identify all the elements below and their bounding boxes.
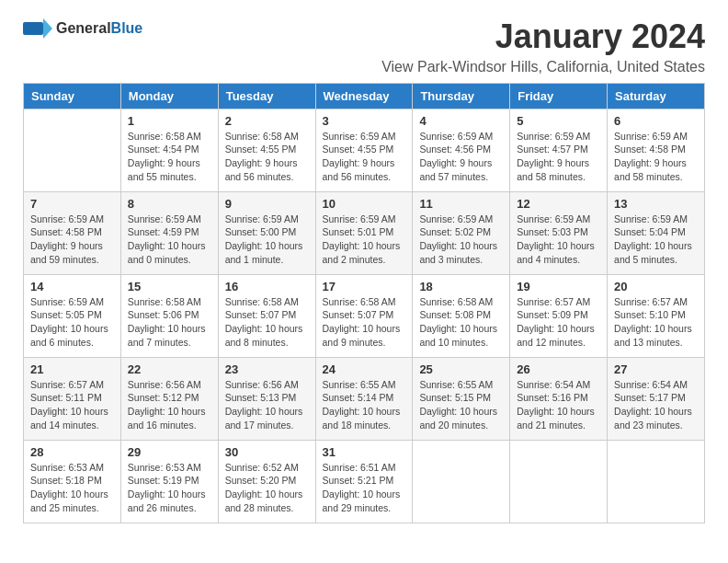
calendar-cell: 17Sunrise: 6:58 AMSunset: 5:07 PMDayligh…	[315, 274, 413, 357]
day-number: 9	[225, 197, 309, 211]
day-number: 29	[128, 445, 211, 459]
svg-rect-0	[23, 22, 43, 35]
header-monday: Monday	[120, 83, 218, 109]
day-number: 2	[225, 114, 309, 128]
calendar-cell: 12Sunrise: 6:59 AMSunset: 5:03 PMDayligh…	[510, 191, 608, 274]
day-number: 8	[128, 197, 211, 211]
calendar-cell: 15Sunrise: 6:58 AMSunset: 5:06 PMDayligh…	[120, 274, 218, 357]
calendar-cell: 28Sunrise: 6:53 AMSunset: 5:18 PMDayligh…	[24, 440, 121, 523]
day-info: Sunrise: 6:55 AMSunset: 5:15 PMDaylight:…	[419, 378, 503, 432]
header-sunday: Sunday	[24, 83, 121, 109]
calendar-cell: 9Sunrise: 6:59 AMSunset: 5:00 PMDaylight…	[218, 191, 315, 274]
day-number: 22	[128, 362, 211, 376]
week-row-2: 7Sunrise: 6:59 AMSunset: 4:58 PMDaylight…	[24, 191, 705, 274]
day-number: 6	[614, 114, 698, 128]
day-number: 15	[128, 280, 211, 293]
day-number: 16	[225, 280, 309, 293]
day-number: 5	[517, 114, 600, 128]
calendar-cell: 31Sunrise: 6:51 AMSunset: 5:21 PMDayligh…	[315, 440, 413, 523]
calendar-cell: 24Sunrise: 6:55 AMSunset: 5:14 PMDayligh…	[315, 357, 413, 440]
location-title: View Park-Windsor Hills, California, Uni…	[381, 59, 705, 75]
calendar-cell: 3Sunrise: 6:59 AMSunset: 4:55 PMDaylight…	[315, 109, 413, 191]
calendar-cell: 19Sunrise: 6:57 AMSunset: 5:09 PMDayligh…	[510, 274, 608, 357]
svg-marker-1	[43, 18, 52, 39]
day-info: Sunrise: 6:58 AMSunset: 4:55 PMDaylight:…	[225, 130, 309, 184]
week-row-1: 1Sunrise: 6:58 AMSunset: 4:54 PMDaylight…	[24, 109, 705, 191]
week-row-3: 14Sunrise: 6:59 AMSunset: 5:05 PMDayligh…	[24, 274, 705, 357]
week-row-4: 21Sunrise: 6:57 AMSunset: 5:11 PMDayligh…	[24, 357, 705, 440]
day-number: 25	[419, 362, 503, 376]
day-number: 19	[517, 280, 600, 293]
day-info: Sunrise: 6:58 AMSunset: 5:07 PMDaylight:…	[323, 295, 406, 350]
day-info: Sunrise: 6:57 AMSunset: 5:10 PMDaylight:…	[614, 295, 698, 350]
day-number: 14	[30, 280, 114, 293]
day-info: Sunrise: 6:57 AMSunset: 5:11 PMDaylight:…	[30, 378, 114, 432]
day-info: Sunrise: 6:52 AMSunset: 5:20 PMDaylight:…	[225, 461, 309, 515]
title-section: January 2024 View Park-Windsor Hills, Ca…	[381, 18, 705, 75]
day-number: 26	[517, 362, 600, 376]
day-info: Sunrise: 6:59 AMSunset: 5:01 PMDaylight:…	[323, 213, 406, 267]
calendar-cell	[413, 440, 510, 523]
calendar-cell	[510, 440, 608, 523]
day-info: Sunrise: 6:59 AMSunset: 4:56 PMDaylight:…	[419, 130, 503, 184]
calendar-cell: 18Sunrise: 6:58 AMSunset: 5:08 PMDayligh…	[413, 274, 510, 357]
calendar-cell: 23Sunrise: 6:56 AMSunset: 5:13 PMDayligh…	[218, 357, 315, 440]
day-number: 24	[323, 362, 406, 376]
calendar-cell: 6Sunrise: 6:59 AMSunset: 4:58 PMDaylight…	[608, 109, 705, 191]
day-info: Sunrise: 6:59 AMSunset: 5:02 PMDaylight:…	[419, 213, 503, 267]
day-info: Sunrise: 6:58 AMSunset: 5:08 PMDaylight:…	[419, 295, 503, 350]
calendar-cell: 29Sunrise: 6:53 AMSunset: 5:19 PMDayligh…	[120, 440, 218, 523]
calendar-header: SundayMondayTuesdayWednesdayThursdayFrid…	[24, 83, 705, 109]
calendar-cell: 1Sunrise: 6:58 AMSunset: 4:54 PMDaylight…	[120, 109, 218, 191]
calendar-cell: 13Sunrise: 6:59 AMSunset: 5:04 PMDayligh…	[608, 191, 705, 274]
calendar-cell: 21Sunrise: 6:57 AMSunset: 5:11 PMDayligh…	[24, 357, 121, 440]
calendar-cell: 7Sunrise: 6:59 AMSunset: 4:58 PMDaylight…	[24, 191, 121, 274]
calendar-cell: 22Sunrise: 6:56 AMSunset: 5:12 PMDayligh…	[120, 357, 218, 440]
day-info: Sunrise: 6:56 AMSunset: 5:13 PMDaylight:…	[225, 378, 309, 432]
day-number: 3	[323, 114, 406, 128]
calendar-cell: 27Sunrise: 6:54 AMSunset: 5:17 PMDayligh…	[608, 357, 705, 440]
calendar-cell: 25Sunrise: 6:55 AMSunset: 5:15 PMDayligh…	[413, 357, 510, 440]
day-number: 11	[419, 197, 503, 211]
header-wednesday: Wednesday	[315, 83, 413, 109]
day-info: Sunrise: 6:53 AMSunset: 5:18 PMDaylight:…	[30, 461, 114, 515]
page-header: GeneralBlue January 2024 View Park-Winds…	[23, 18, 705, 75]
day-number: 13	[614, 197, 698, 211]
day-info: Sunrise: 6:57 AMSunset: 5:09 PMDaylight:…	[517, 295, 600, 350]
day-number: 4	[419, 114, 503, 128]
calendar-cell: 10Sunrise: 6:59 AMSunset: 5:01 PMDayligh…	[315, 191, 413, 274]
logo: GeneralBlue	[23, 18, 142, 39]
day-info: Sunrise: 6:54 AMSunset: 5:17 PMDaylight:…	[614, 378, 698, 432]
day-info: Sunrise: 6:58 AMSunset: 5:07 PMDaylight:…	[225, 295, 309, 350]
calendar-cell: 8Sunrise: 6:59 AMSunset: 4:59 PMDaylight…	[120, 191, 218, 274]
day-number: 21	[30, 362, 114, 376]
day-info: Sunrise: 6:59 AMSunset: 5:03 PMDaylight:…	[517, 213, 600, 267]
day-number: 10	[323, 197, 406, 211]
day-number: 23	[225, 362, 309, 376]
day-number: 31	[323, 445, 406, 459]
month-title: January 2024	[381, 18, 705, 55]
calendar-cell: 5Sunrise: 6:59 AMSunset: 4:57 PMDaylight…	[510, 109, 608, 191]
day-number: 12	[517, 197, 600, 211]
day-info: Sunrise: 6:59 AMSunset: 5:00 PMDaylight:…	[225, 213, 309, 267]
header-saturday: Saturday	[608, 83, 705, 109]
calendar-body: 1Sunrise: 6:58 AMSunset: 4:54 PMDaylight…	[24, 109, 705, 523]
day-info: Sunrise: 6:54 AMSunset: 5:16 PMDaylight:…	[517, 378, 600, 432]
day-info: Sunrise: 6:59 AMSunset: 4:55 PMDaylight:…	[323, 130, 406, 184]
calendar-cell: 2Sunrise: 6:58 AMSunset: 4:55 PMDaylight…	[218, 109, 315, 191]
logo-icon	[23, 18, 52, 39]
day-number: 30	[225, 445, 309, 459]
header-friday: Friday	[510, 83, 608, 109]
calendar-cell: 30Sunrise: 6:52 AMSunset: 5:20 PMDayligh…	[218, 440, 315, 523]
day-info: Sunrise: 6:58 AMSunset: 4:54 PMDaylight:…	[128, 130, 211, 184]
day-number: 27	[614, 362, 698, 376]
day-info: Sunrise: 6:55 AMSunset: 5:14 PMDaylight:…	[323, 378, 406, 432]
day-info: Sunrise: 6:59 AMSunset: 4:58 PMDaylight:…	[30, 213, 114, 267]
day-info: Sunrise: 6:59 AMSunset: 5:04 PMDaylight:…	[614, 213, 698, 267]
day-number: 17	[323, 280, 406, 293]
day-info: Sunrise: 6:59 AMSunset: 4:59 PMDaylight:…	[128, 213, 211, 267]
calendar-table: SundayMondayTuesdayWednesdayThursdayFrid…	[23, 83, 705, 523]
calendar-cell	[608, 440, 705, 523]
calendar-cell: 11Sunrise: 6:59 AMSunset: 5:02 PMDayligh…	[413, 191, 510, 274]
day-number: 18	[419, 280, 503, 293]
